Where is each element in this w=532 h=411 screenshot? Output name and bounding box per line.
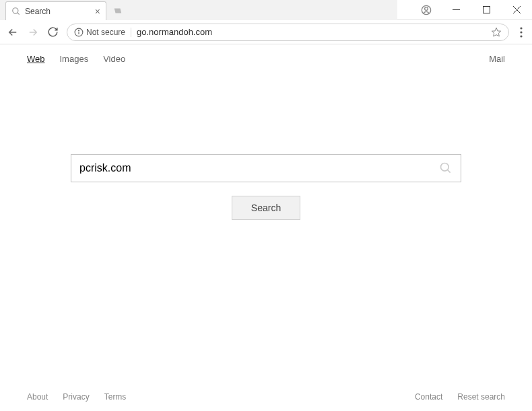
bookmark-star-icon[interactable]: [491, 27, 502, 38]
forward-button[interactable]: [27, 26, 39, 38]
svg-marker-11: [492, 28, 500, 36]
tab-title: Search: [25, 7, 51, 16]
footer-about[interactable]: About: [27, 392, 48, 402]
security-label: Not secure: [86, 28, 125, 37]
user-profile-icon[interactable]: [411, 0, 441, 20]
search-button[interactable]: Search: [232, 196, 300, 220]
search-area: Search: [0, 154, 532, 220]
close-tab-icon[interactable]: ×: [95, 6, 100, 17]
svg-point-10: [79, 30, 79, 30]
minimize-button[interactable]: [441, 0, 471, 20]
security-badge[interactable]: Not secure: [74, 28, 131, 37]
svg-point-6: [13, 7, 18, 13]
svg-point-13: [520, 31, 522, 33]
footer-terms[interactable]: Terms: [104, 392, 127, 402]
browser-toolbar: Not secure go.normandoh.com: [0, 20, 532, 44]
footer-contact[interactable]: Contact: [415, 392, 442, 402]
page-content: PCrisk.com Web Images Video Mail Search …: [0, 44, 532, 411]
search-input[interactable]: [79, 162, 439, 174]
footer-reset[interactable]: Reset search: [457, 392, 505, 402]
footer-privacy[interactable]: Privacy: [63, 392, 89, 402]
nav-web[interactable]: Web: [27, 54, 45, 64]
reload-button[interactable]: [47, 26, 59, 38]
search-icon: [11, 7, 21, 16]
svg-point-20: [441, 163, 449, 172]
close-window-button[interactable]: [502, 0, 532, 20]
svg-rect-3: [484, 7, 490, 13]
maximize-button[interactable]: [471, 0, 502, 20]
svg-point-19: [96, 222, 108, 234]
tab-strip: Search ×: [0, 0, 397, 20]
url-text: go.normandoh.com: [137, 27, 486, 37]
svg-line-21: [448, 170, 451, 173]
nav-images[interactable]: Images: [60, 54, 89, 64]
svg-line-16: [135, 242, 169, 276]
info-icon: [74, 28, 84, 37]
search-icon[interactable]: [439, 161, 453, 175]
svg-line-7: [18, 12, 20, 14]
new-tab-button[interactable]: [110, 5, 125, 17]
browser-menu-button[interactable]: [517, 27, 525, 38]
nav-mail[interactable]: Mail: [489, 54, 505, 64]
page-nav: Web Images Video Mail: [0, 44, 532, 73]
svg-point-14: [520, 35, 522, 37]
svg-point-12: [520, 27, 522, 29]
back-button[interactable]: [7, 26, 19, 38]
svg-point-1: [424, 7, 428, 10]
page-footer: About Privacy Terms Contact Reset search: [0, 383, 532, 411]
address-bar[interactable]: Not secure go.normandoh.com: [67, 24, 509, 41]
nav-video[interactable]: Video: [103, 54, 125, 64]
browser-tab[interactable]: Search ×: [5, 1, 106, 20]
search-box: [71, 154, 461, 182]
